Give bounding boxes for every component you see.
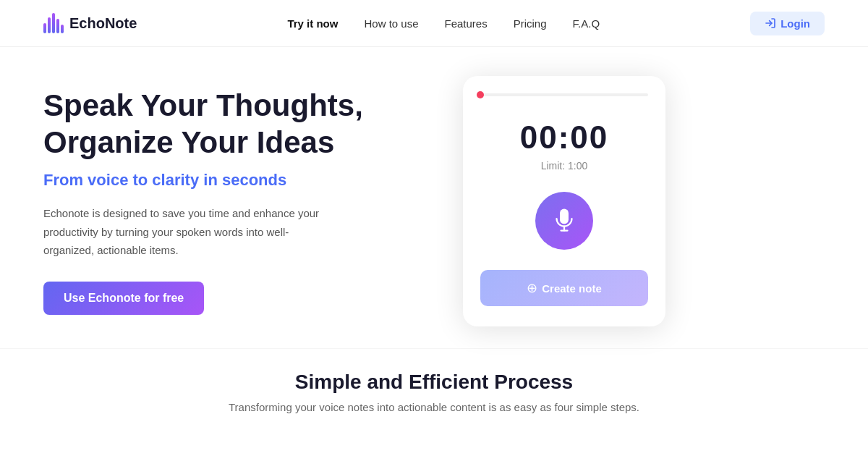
hero-description: Echonote is designed to save you time an… bbox=[43, 204, 333, 260]
progress-bar-dot bbox=[477, 91, 484, 98]
login-label: Login bbox=[780, 17, 810, 30]
logo-bar-4 bbox=[56, 19, 59, 33]
create-note-plus-icon: ⊕ bbox=[527, 280, 537, 296]
timer-display: 00:00 bbox=[520, 119, 609, 156]
bottom-section: Simple and Efficient Process Transformin… bbox=[0, 348, 868, 421]
nav-try-it-now[interactable]: Try it now bbox=[287, 17, 338, 30]
hero-section: Speak Your Thoughts, Organize Your Ideas… bbox=[0, 47, 868, 348]
bottom-description: Transforming your voice notes into actio… bbox=[43, 401, 825, 413]
recorder-card: 00:00 Limit: 1:00 ⊕ Create note bbox=[463, 76, 665, 326]
nav-faq[interactable]: F.A.Q bbox=[573, 17, 600, 30]
navbar: EchoNote Try it now How to use Features … bbox=[0, 0, 868, 47]
hero-subtitle: From voice to clarity in seconds bbox=[43, 171, 420, 190]
hero-title: Speak Your Thoughts, Organize Your Ideas bbox=[43, 88, 420, 161]
cta-button[interactable]: Use Echonote for free bbox=[43, 282, 204, 315]
logo-bar-5 bbox=[61, 25, 64, 33]
login-button[interactable]: Login bbox=[750, 12, 825, 35]
logo-bar-1 bbox=[43, 23, 46, 33]
nav-features[interactable]: Features bbox=[445, 17, 488, 30]
create-note-button[interactable]: ⊕ Create note bbox=[480, 270, 648, 306]
logo-icon bbox=[43, 13, 64, 33]
nav-how-to-use[interactable]: How to use bbox=[364, 17, 418, 30]
logo-bar-3 bbox=[52, 13, 55, 33]
bottom-title: Simple and Efficient Process bbox=[43, 371, 825, 394]
mic-button[interactable] bbox=[535, 192, 593, 250]
hero-right: 00:00 Limit: 1:00 ⊕ Create note bbox=[463, 76, 665, 326]
logo-bar-2 bbox=[48, 17, 51, 33]
logo: EchoNote bbox=[43, 13, 137, 33]
nav-links: Try it now How to use Features Pricing F… bbox=[287, 17, 600, 30]
mic-icon bbox=[551, 208, 577, 234]
hero-left: Speak Your Thoughts, Organize Your Ideas… bbox=[43, 88, 420, 314]
logo-text: EchoNote bbox=[69, 15, 137, 32]
create-note-label: Create note bbox=[542, 282, 602, 295]
progress-bar-track bbox=[480, 93, 648, 96]
timer-limit: Limit: 1:00 bbox=[541, 160, 588, 172]
nav-pricing[interactable]: Pricing bbox=[514, 17, 547, 30]
login-icon bbox=[765, 17, 776, 29]
